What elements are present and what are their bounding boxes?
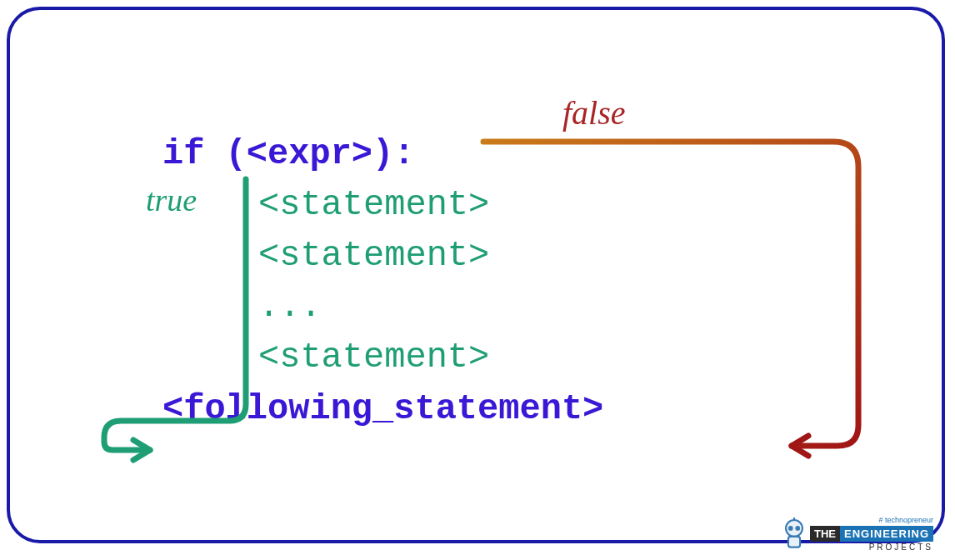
svg-point-1 bbox=[788, 526, 793, 531]
svg-point-2 bbox=[795, 526, 800, 531]
robot-icon bbox=[778, 517, 810, 552]
false-arrow-icon bbox=[475, 133, 875, 467]
true-arrow-icon bbox=[100, 175, 267, 458]
logo-main: THE ENGINEERING bbox=[810, 526, 933, 542]
brand-logo: # technopreneur THE ENGINEERING PROJECTS bbox=[778, 517, 933, 552]
logo-the: THE bbox=[810, 526, 840, 542]
svg-rect-3 bbox=[788, 537, 800, 548]
false-label: false bbox=[562, 93, 626, 132]
logo-engineering: ENGINEERING bbox=[840, 526, 933, 542]
logo-tagline: # technopreneur bbox=[878, 517, 933, 524]
logo-projects: PROJECTS bbox=[869, 543, 933, 552]
logo-text: # technopreneur THE ENGINEERING PROJECTS bbox=[810, 517, 933, 552]
